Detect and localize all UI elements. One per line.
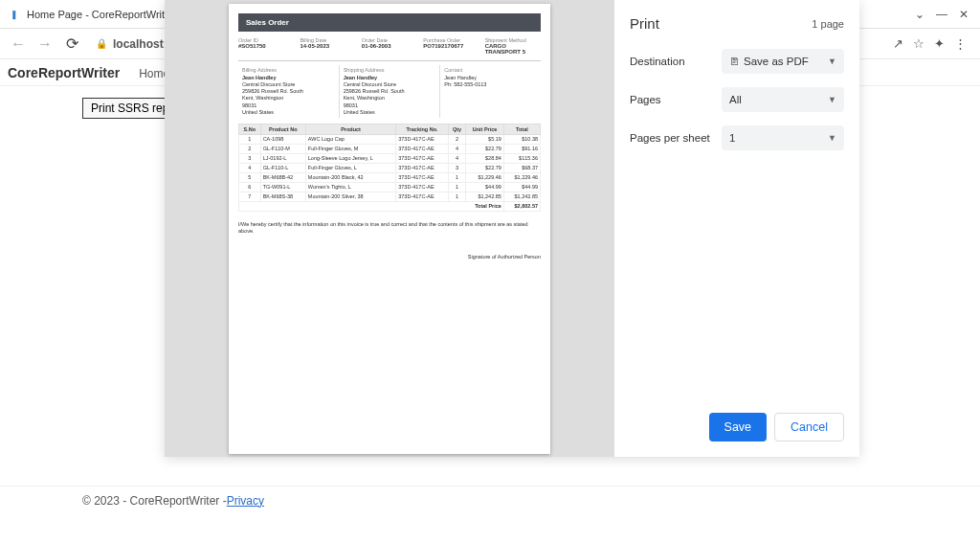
cancel-button[interactable]: Cancel — [774, 413, 844, 441]
pages-per-sheet-select[interactable]: 1 ▼ — [722, 125, 844, 150]
page-count: 1 page — [812, 18, 844, 30]
back-button[interactable]: ← — [8, 34, 29, 55]
items-table: S.NoProduct NoProductTracking No.QtyUnit… — [238, 124, 541, 212]
forward-button[interactable]: → — [34, 34, 56, 55]
page-footer: © 2023 - CoreReportWriter - Privacy — [0, 486, 980, 514]
share-icon[interactable]: ↗ — [893, 36, 903, 51]
tab-title: Home Page - CoreReportWriter — [27, 9, 174, 20]
window-close-icon[interactable]: ✕ — [959, 8, 969, 21]
print-preview-area[interactable]: Sales Order Order ID#SO51750 Billing Dat… — [165, 0, 614, 457]
print-dialog: Sales Order Order ID#SO51750 Billing Dat… — [165, 0, 859, 457]
tab-favicon-icon: ❚ — [8, 8, 21, 21]
chevron-down-icon: ▼ — [828, 57, 836, 66]
menu-icon[interactable]: ⋮ — [954, 36, 967, 51]
chevron-down-icon: ▼ — [828, 95, 836, 104]
chevron-down-icon: ▼ — [828, 133, 836, 143]
report-title: Sales Order — [238, 13, 541, 32]
app-title: CoreReportWriter — [8, 65, 120, 80]
pages-select[interactable]: All ▼ — [722, 87, 844, 112]
save-button[interactable]: Save — [709, 413, 768, 441]
window-controls: ⌄ — ✕ — [915, 8, 980, 21]
lock-icon: 🔒 — [96, 38, 107, 49]
privacy-link[interactable]: Privacy — [227, 494, 264, 508]
print-settings-panel: Print 1 page Destination 🖹 Save as PDF ▼… — [614, 0, 859, 457]
print-dialog-title: Print — [630, 15, 659, 32]
reload-button[interactable]: ⟳ — [61, 34, 82, 55]
pdf-icon: 🖹 — [729, 56, 740, 67]
window-minimize-icon[interactable]: — — [936, 8, 947, 21]
preview-page: Sales Order Order ID#SO51750 Billing Dat… — [229, 4, 550, 454]
extensions-icon[interactable]: ✦ — [934, 36, 945, 51]
destination-select[interactable]: 🖹 Save as PDF ▼ — [722, 49, 844, 74]
window-chevron-icon[interactable]: ⌄ — [915, 8, 924, 21]
bookmark-icon[interactable]: ☆ — [913, 36, 924, 51]
